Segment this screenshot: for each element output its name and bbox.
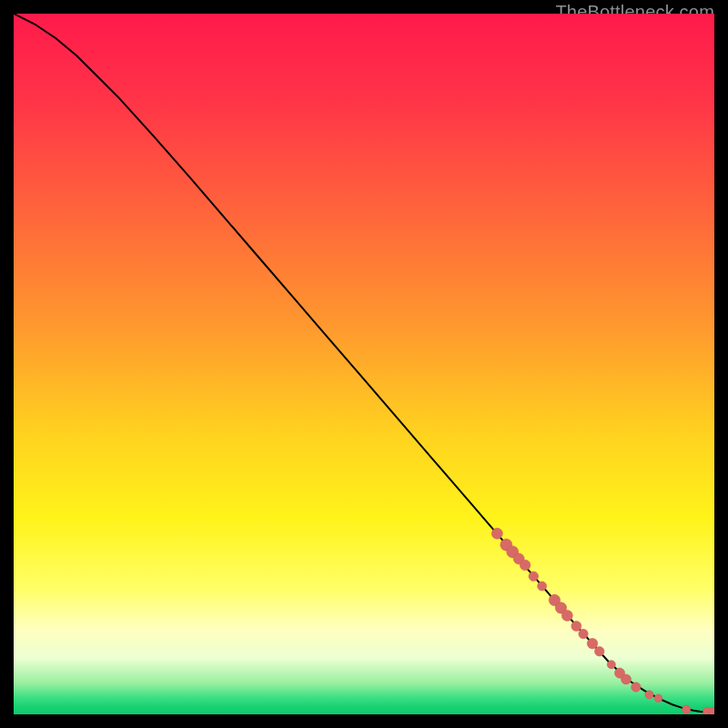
data-marker	[682, 705, 691, 713]
data-marker	[520, 560, 531, 571]
data-marker	[607, 661, 615, 669]
data-marker	[491, 528, 502, 539]
data-marker	[529, 571, 539, 581]
data-marker	[561, 610, 572, 621]
data-marker	[571, 622, 581, 632]
gradient-background	[14, 14, 714, 714]
data-marker	[632, 682, 641, 692]
data-marker	[645, 691, 653, 699]
chart-svg	[14, 14, 714, 714]
data-marker	[579, 629, 588, 638]
data-marker	[594, 646, 604, 656]
chart-frame: TheBottleneck.com	[14, 14, 714, 714]
data-marker	[622, 674, 632, 684]
data-marker	[587, 638, 598, 649]
data-marker	[538, 581, 547, 591]
data-marker	[654, 694, 662, 703]
